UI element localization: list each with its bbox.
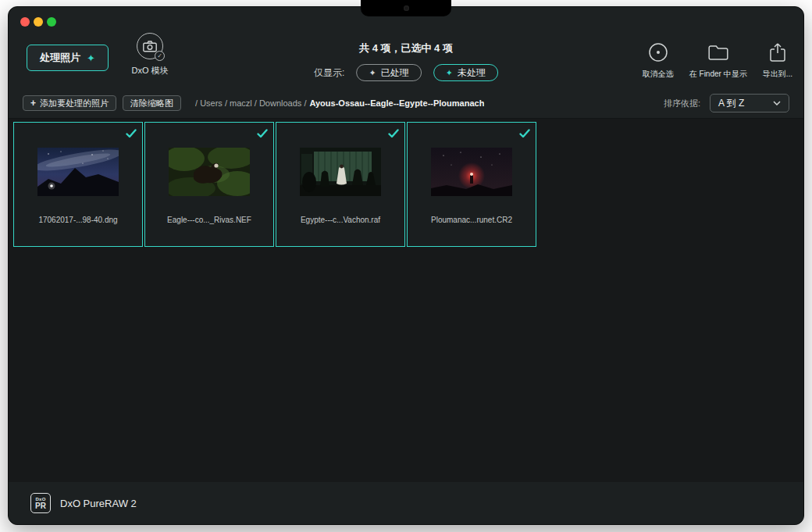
selected-check-icon[interactable] (126, 127, 137, 141)
share-export-icon (770, 41, 785, 63)
chevron-down-icon (773, 101, 781, 105)
thumbnail-image (169, 148, 250, 196)
breadcrumb-prefix: / Users / maczl / Downloads / (195, 98, 306, 108)
photo-card[interactable]: Ploumanac...runet.CR2 (407, 122, 536, 247)
sort-dropdown[interactable]: A 到 Z (710, 94, 789, 112)
camera-icon: ✓ (137, 33, 163, 59)
footer-bar: DxO PR DxO PureRAW 2 (9, 482, 803, 524)
close-button[interactable] (20, 17, 30, 27)
camera-dot-icon (404, 5, 409, 11)
filter-label: 仅显示: (314, 66, 344, 80)
photo-filename: 17062017-...98-40.dng (17, 216, 139, 224)
notch (361, 0, 451, 16)
thumbnail-image (300, 148, 381, 196)
dxo-purerraw-logo-icon: DxO PR (30, 493, 51, 513)
sort-by-label: 排序依据: (664, 98, 700, 109)
minimize-button[interactable] (34, 17, 43, 27)
module-check-badge-icon: ✓ (155, 51, 165, 61)
deselect-all-label: 取消全选 (643, 69, 674, 80)
photo-card[interactable]: Eagle---co..._Rivas.NEF (144, 122, 274, 247)
filter-processed-pill[interactable]: ✦ 已处理 (356, 64, 421, 81)
selected-check-icon[interactable] (257, 127, 268, 141)
photo-filename: Egypte---c...Vachon.raf (280, 216, 401, 224)
path-toolbar: + 添加要处理的照片 清除缩略图 / Users / maczl / Downl… (9, 88, 803, 118)
sparkle-icon: ✦ (87, 52, 95, 64)
deselect-circle-icon (648, 41, 668, 63)
app-name: DxO PureRAW 2 (60, 498, 137, 509)
logo-bottom-text: PR (35, 502, 46, 510)
main-toolbar: 处理照片 ✦ ✓ DxO 模块 共 4 项，已选中 4 项 仅显示: (9, 29, 803, 88)
folder-icon (708, 41, 728, 63)
filter-processed-label: 已处理 (381, 66, 409, 80)
dxo-modules-button[interactable]: ✓ DxO 模块 (124, 33, 176, 77)
process-photos-button[interactable]: 处理照片 ✦ (27, 45, 109, 71)
logo-top-text: DxO (35, 497, 45, 502)
filter-group: 仅显示: ✦ 已处理 ✦ 未处理 (314, 64, 498, 81)
filter-unprocessed-label: 未处理 (458, 66, 486, 80)
selected-check-icon[interactable] (519, 127, 530, 141)
deselect-all-button[interactable]: 取消全选 (643, 41, 674, 80)
dxo-modules-label: DxO 模块 (124, 65, 176, 77)
export-button[interactable]: 导出到... (763, 41, 792, 80)
sparkle-icon: ✦ (369, 68, 376, 78)
photo-filename: Ploumanac...runet.CR2 (411, 216, 532, 224)
filter-unprocessed-pill[interactable]: ✦ 未处理 (433, 64, 498, 81)
sparkle-icon: ✦ (446, 68, 453, 78)
export-label: 导出到... (763, 69, 792, 80)
app-window: 处理照片 ✦ ✓ DxO 模块 共 4 项，已选中 4 项 仅显示: (8, 6, 804, 525)
thumbnail-image (37, 148, 119, 196)
photo-card[interactable]: Egypte---c...Vachon.raf (276, 122, 405, 247)
show-in-finder-label: 在 Finder 中显示 (689, 69, 747, 80)
selection-summary: 共 4 项，已选中 4 项 (314, 41, 498, 55)
toolbar-center: 共 4 项，已选中 4 项 仅显示: ✦ 已处理 ✦ 未处理 (314, 41, 498, 81)
zoom-button[interactable] (47, 17, 56, 27)
selected-check-icon[interactable] (388, 127, 399, 141)
breadcrumb-current-folder: Ayous-Ossau--Eagle--Egypte--Ploumanach (309, 98, 484, 108)
thumbnail-image (431, 148, 512, 196)
breadcrumb: / Users / maczl / Downloads /Ayous-Ossau… (195, 98, 484, 108)
photo-filename: Eagle---co..._Rivas.NEF (148, 216, 270, 224)
photo-grid-area: 17062017-...98-40.dng (9, 118, 803, 482)
show-in-finder-button[interactable]: 在 Finder 中显示 (689, 41, 747, 80)
add-photos-button[interactable]: + 添加要处理的照片 (23, 95, 116, 111)
screen: 处理照片 ✦ ✓ DxO 模块 共 4 项，已选中 4 项 仅显示: (0, 0, 812, 532)
photo-card[interactable]: 17062017-...98-40.dng (13, 122, 143, 247)
clear-thumbnails-label: 清除缩略图 (130, 98, 173, 109)
plus-icon: + (30, 98, 36, 108)
photo-grid: 17062017-...98-40.dng (13, 122, 799, 247)
sort-value: A 到 Z (718, 97, 744, 110)
process-photos-label: 处理照片 (40, 51, 80, 65)
toolbar-right: 取消全选 在 Finder 中显示 (643, 41, 792, 80)
clear-thumbnails-button[interactable]: 清除缩略图 (123, 95, 181, 111)
add-photos-label: 添加要处理的照片 (40, 98, 109, 109)
sort-group: 排序依据: A 到 Z (664, 94, 789, 112)
